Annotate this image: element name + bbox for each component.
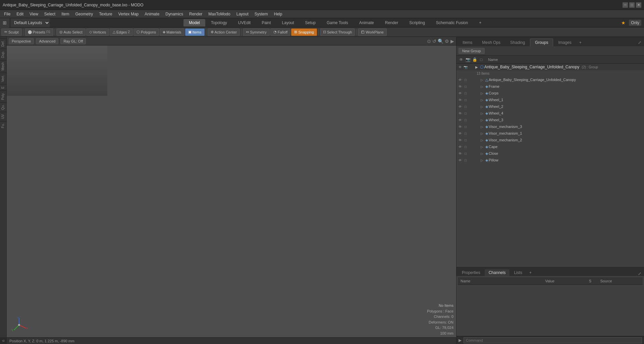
layouts-dropdown[interactable]: Default Layouts [11, 18, 50, 27]
menu-system[interactable]: System [252, 11, 271, 17]
right-tab-add[interactable]: + [577, 39, 584, 46]
symmetry-button[interactable]: ⇔ Symmetry [243, 28, 270, 36]
menu-maxtomode[interactable]: MaxToModo [206, 11, 233, 17]
mode-tab-uvedit[interactable]: UVEdit [233, 19, 256, 26]
vp-icon-search[interactable]: 🔍 [438, 39, 443, 44]
bottom-tab-channels[interactable]: Channels [485, 269, 510, 276]
mode-tab-scripting[interactable]: Scripting [404, 19, 430, 26]
left-tab-e[interactable]: E [0, 84, 6, 91]
tree-item-wheel1[interactable]: 👁 □ ▷ ◈ Wheel_1 [457, 96, 644, 103]
menu-animate[interactable]: Animate [142, 11, 162, 17]
vp-icon-settings[interactable]: ⚙ [445, 39, 449, 44]
mode-tab-schematic-fusion[interactable]: Schematic Fusion [431, 19, 473, 26]
scene-render-icon[interactable]: 📷 [465, 57, 471, 62]
item-eye-icon[interactable]: 👁 [458, 77, 463, 82]
perspective-button[interactable]: Perspective [9, 38, 34, 44]
left-mode-icon[interactable]: ⊞ [0, 18, 9, 27]
mode-tab-game-tools[interactable]: Game Tools [321, 19, 354, 26]
edges-button[interactable]: △ Edges 2 [110, 28, 133, 36]
scene-eye-icon[interactable]: 👁 [459, 57, 464, 62]
vp-icon-target[interactable]: ⊙ [427, 39, 431, 44]
group-render-icon[interactable]: 📷 [463, 65, 468, 69]
sculpt-button[interactable]: ✏ Sculpt [1, 28, 22, 36]
minimize-button[interactable]: ─ [623, 2, 628, 8]
menu-texture[interactable]: Texture [96, 11, 115, 17]
left-sidebar-bottom-btn[interactable]: ○ [0, 337, 7, 344]
items-button[interactable]: ▣ Items [185, 28, 205, 36]
ray-gl-button[interactable]: Ray GL: Off [60, 38, 86, 44]
command-input[interactable] [464, 337, 642, 343]
advanced-button[interactable]: Advanced [36, 38, 58, 44]
group-expand-arrow[interactable]: ▶ [475, 65, 479, 69]
left-tab-dup[interactable]: Dup. [0, 49, 6, 60]
item-lock-icon[interactable]: □ [463, 77, 468, 82]
mode-tab-setup[interactable]: Setup [300, 19, 321, 26]
tree-item-carriage[interactable]: 👁 □ ▷ △ Antique_Baby_Sleeping_Carriage_U… [457, 76, 644, 83]
tree-item-wheel2[interactable]: 👁 □ ▷ ◈ Wheel_2 [457, 103, 644, 110]
menu-edit[interactable]: Edit [14, 11, 26, 17]
scene-mesh-icon[interactable]: □ [479, 57, 484, 62]
maximize-button[interactable]: □ [629, 2, 635, 8]
left-tab-poly[interactable]: Poly. [0, 90, 6, 102]
tree-item-visor1[interactable]: 👁 □ ▷ ◈ Visor_mechanism_1 [457, 130, 644, 137]
right-tab-items[interactable]: Items [458, 39, 477, 46]
menu-view[interactable]: View [27, 11, 41, 17]
left-tab-uv[interactable]: UV [0, 112, 6, 121]
menu-dynamics[interactable]: Dynamics [163, 11, 186, 17]
menu-layout[interactable]: Layout [234, 11, 251, 17]
tree-item-corps[interactable]: 👁 □ ▷ ◈ Corps [457, 90, 644, 96]
left-tab-vert[interactable]: Vert. [0, 73, 6, 84]
work-plane-button[interactable]: ⧠ WorkPlane [358, 28, 387, 36]
scene-tree[interactable]: 👁 📷 ▶ ⬡ Antique_Baby_Sleeping_Carriage_U… [457, 64, 644, 267]
left-tab-qu[interactable]: Qu. [0, 102, 6, 112]
star-button[interactable]: ★ [619, 19, 628, 26]
polygons-button[interactable]: ⬡ Polygons [133, 28, 159, 36]
viewport-canvas[interactable]: No Items Polygons : Face Channels: 0 Def… [7, 46, 456, 337]
vp-icon-refresh[interactable]: ↺ [432, 39, 436, 44]
bottom-expand-icon[interactable]: ⤢ [638, 271, 641, 276]
snapping-button[interactable]: ⊞ Snapping [291, 28, 317, 36]
menu-help[interactable]: Help [271, 11, 285, 17]
mode-tab-add[interactable]: + [474, 19, 487, 26]
tree-item-close[interactable]: 👁 □ ▷ ◈ Close [457, 150, 644, 157]
group-eye-icon[interactable]: 👁 [458, 65, 463, 69]
tree-item-visor3[interactable]: 👁 □ ▷ ◈ Visor_mechanism_3 [457, 123, 644, 130]
right-tab-shading[interactable]: Shading [505, 39, 530, 46]
menu-select[interactable]: Select [42, 11, 58, 17]
presets-button[interactable]: ⬤ Presets F6 [25, 28, 53, 36]
new-group-button[interactable]: New Group [459, 48, 485, 54]
tree-item-wheel3[interactable]: 👁 □ ▷ ◈ Wheel_3 [457, 117, 644, 123]
tree-item-cape[interactable]: 👁 □ ▷ ◈ Cape [457, 143, 644, 150]
select-through-button[interactable]: ⊡ Select Through [320, 28, 355, 36]
menu-geometry[interactable]: Geometry [73, 11, 96, 17]
tree-item-frame[interactable]: 👁 □ ▷ ◈ Frame [457, 83, 644, 90]
mode-tab-model[interactable]: Model [183, 19, 205, 26]
action-center-button[interactable]: ⊕ Action Center [208, 28, 240, 36]
bottom-tab-lists[interactable]: Lists [510, 269, 526, 276]
menu-vertex-map[interactable]: Vertex Map [116, 11, 142, 17]
mode-tab-topology[interactable]: Topology [206, 19, 232, 26]
vp-icon-more[interactable]: ▶ [450, 39, 454, 44]
tree-group-item[interactable]: 👁 📷 ▶ ⬡ Antique_Baby_Sleeping_Carriage_U… [457, 64, 644, 70]
right-tab-images[interactable]: Images [553, 39, 576, 46]
right-panel-expand[interactable]: ⤢ [638, 40, 641, 45]
tree-item-wheel4[interactable]: 👁 □ ▷ ◈ Wheel_4 [457, 110, 644, 117]
right-tab-groups[interactable]: Groups [530, 39, 553, 46]
bottom-tab-properties[interactable]: Properties [458, 269, 484, 276]
menu-item[interactable]: Item [59, 11, 72, 17]
mode-tab-layout[interactable]: Layout [277, 19, 300, 26]
right-tab-mesh-ops[interactable]: Mesh Ops [477, 39, 505, 46]
item-arrow[interactable]: ▷ [481, 78, 485, 82]
mode-tab-animate[interactable]: Animate [354, 19, 379, 26]
bottom-tab-add[interactable]: + [527, 269, 534, 276]
mode-tab-paint[interactable]: Paint [256, 19, 276, 26]
vertices-button[interactable]: ◇ Vertices [86, 28, 109, 36]
left-tab-mesh[interactable]: Mesh [0, 60, 6, 72]
left-tab-def[interactable]: Def. [0, 38, 6, 49]
close-button[interactable]: ✕ [636, 2, 641, 8]
menu-render[interactable]: Render [186, 11, 205, 17]
falloff-button[interactable]: ◔ Falloff [270, 28, 291, 36]
mode-tab-render[interactable]: Render [380, 19, 404, 26]
materials-button[interactable]: ◈ Materials [160, 28, 184, 36]
tree-item-pillow[interactable]: 👁 □ ▷ ◈ Pillow [457, 157, 644, 163]
